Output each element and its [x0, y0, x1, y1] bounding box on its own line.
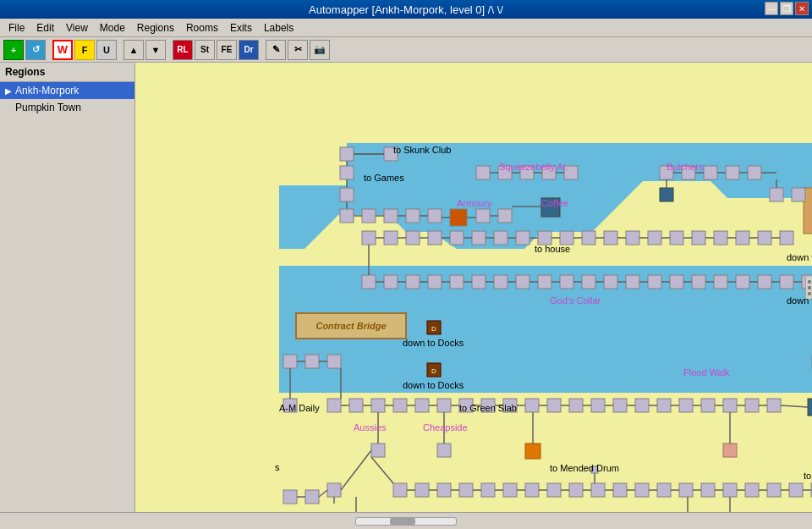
pencil-button[interactable]: ✎ — [266, 40, 286, 60]
svg-rect-244 — [459, 483, 473, 497]
svg-rect-12 — [362, 209, 376, 223]
restore-button[interactable]: ❐ — [780, 2, 793, 15]
menu-edit[interactable]: Edit — [31, 20, 59, 36]
titlebar: Automapper [Ankh-Morpork, level 0] /\ \/… — [0, 0, 812, 19]
menu-view[interactable]: View — [61, 20, 93, 36]
svg-rect-116 — [538, 275, 551, 289]
minimize-button[interactable]: — — [765, 2, 778, 15]
svg-rect-272 — [767, 483, 781, 497]
svg-rect-114 — [516, 275, 529, 289]
svg-text:down to Docks: down to Docks — [787, 252, 812, 262]
svg-rect-82 — [604, 231, 617, 245]
resize-handle[interactable] — [805, 277, 812, 299]
svg-text:to house: to house — [535, 244, 570, 254]
svg-text:Aussies: Aussies — [354, 422, 387, 433]
svg-rect-11 — [340, 209, 354, 223]
svg-rect-203 — [745, 399, 759, 412]
close-button[interactable]: ✕ — [795, 2, 809, 15]
rotate-button[interactable]: ↺ — [25, 40, 46, 60]
svg-rect-138 — [780, 275, 793, 289]
menu-exits[interactable]: Exits — [225, 20, 257, 36]
svg-rect-104 — [406, 275, 420, 289]
svg-rect-220 — [525, 444, 540, 459]
menu-file[interactable]: File — [3, 20, 30, 36]
svg-rect-50 — [770, 188, 783, 201]
svg-text:A-M Daily: A-M Daily — [279, 403, 320, 413]
rl-button[interactable]: RL — [173, 40, 193, 60]
f-button[interactable]: F — [74, 40, 95, 60]
sidebar-item-ankh-morpork[interactable]: ▶ Ankh-Morpork — [0, 82, 134, 99]
svg-rect-274 — [789, 483, 803, 497]
svg-rect-16 — [406, 209, 420, 223]
svg-rect-175 — [437, 399, 451, 412]
svg-text:to Green Slab: to Green Slab — [459, 403, 517, 413]
svg-text:to Mended Drum: to Mended Drum — [550, 463, 619, 473]
svg-rect-10 — [340, 188, 354, 201]
svg-rect-44 — [704, 166, 717, 179]
svg-rect-234 — [327, 483, 341, 497]
svg-rect-193 — [635, 399, 649, 412]
svg-rect-136 — [758, 275, 771, 289]
titlebar-controls: — ❐ ✕ — [765, 2, 809, 15]
menu-labels[interactable]: Labels — [259, 20, 299, 36]
svg-rect-222 — [723, 444, 737, 457]
svg-rect-270 — [745, 483, 759, 497]
menu-mode[interactable]: Mode — [95, 20, 130, 36]
st-button[interactable]: St — [195, 40, 215, 60]
svg-rect-86 — [648, 231, 661, 245]
svg-rect-216 — [371, 444, 385, 457]
cut-button[interactable]: ✂ — [288, 40, 308, 60]
svg-rect-246 — [481, 483, 495, 497]
menu-rooms[interactable]: Rooms — [181, 20, 223, 36]
svg-rect-268 — [723, 483, 737, 497]
fe-button[interactable]: FE — [217, 40, 237, 60]
sidebar-item-pumpkin-town[interactable]: Pumpkin Town — [0, 99, 134, 116]
svg-rect-218 — [437, 444, 451, 457]
svg-rect-150 — [305, 355, 319, 368]
svg-text:Flood Walk: Flood Walk — [683, 367, 730, 377]
svg-rect-183 — [525, 399, 539, 412]
menu-regions[interactable]: Regions — [132, 20, 179, 36]
horizontal-scrollbar[interactable] — [355, 517, 457, 526]
dr-button[interactable]: Dr — [239, 40, 259, 60]
svg-rect-128 — [670, 275, 683, 289]
svg-text:God's Collar: God's Collar — [550, 295, 601, 306]
sidebar-header: Regions — [0, 63, 134, 82]
svg-rect-266 — [701, 483, 715, 497]
svg-rect-232 — [305, 490, 319, 504]
nav-down-button[interactable]: ▼ — [145, 40, 166, 60]
svg-rect-250 — [525, 483, 539, 497]
map-container[interactable]: Brass Bridge D D — [135, 63, 812, 512]
svg-text:s: s — [275, 462, 280, 472]
svg-rect-102 — [384, 275, 398, 289]
camera-button[interactable]: 📷 — [310, 40, 330, 60]
svg-rect-78 — [560, 231, 573, 245]
svg-rect-92 — [714, 231, 727, 245]
svg-rect-205 — [767, 399, 781, 412]
svg-text:to Skunk Club: to Skunk Club — [393, 145, 451, 155]
svg-rect-173 — [415, 399, 429, 412]
svg-rect-20 — [450, 209, 467, 226]
nav-up-button[interactable]: ▲ — [123, 40, 144, 60]
svg-rect-74 — [516, 231, 529, 245]
u-button[interactable]: U — [96, 40, 117, 60]
svg-rect-9 — [340, 166, 354, 179]
region-label: Ankh-Morpork — [15, 85, 79, 96]
svg-rect-240 — [415, 483, 429, 497]
svg-rect-187 — [569, 399, 583, 412]
svg-rect-18 — [428, 209, 442, 223]
toolbar: + ↺ W F U ▲ ▼ RL St FE Dr ✎ ✂ 📷 — [0, 37, 812, 63]
w-button[interactable]: W — [52, 40, 73, 60]
svg-rect-90 — [692, 231, 705, 245]
svg-rect-64 — [406, 231, 420, 245]
svg-rect-68 — [450, 231, 464, 245]
scrollbar-thumb[interactable] — [390, 518, 415, 525]
svg-rect-197 — [679, 399, 693, 412]
svg-rect-256 — [591, 483, 605, 497]
add-button[interactable]: + — [3, 40, 24, 60]
svg-rect-96 — [758, 231, 771, 245]
svg-text:to Assassin Gld.: to Assassin Gld. — [804, 471, 812, 481]
svg-rect-264 — [679, 483, 693, 497]
svg-rect-126 — [648, 275, 661, 289]
svg-rect-110 — [472, 275, 486, 289]
